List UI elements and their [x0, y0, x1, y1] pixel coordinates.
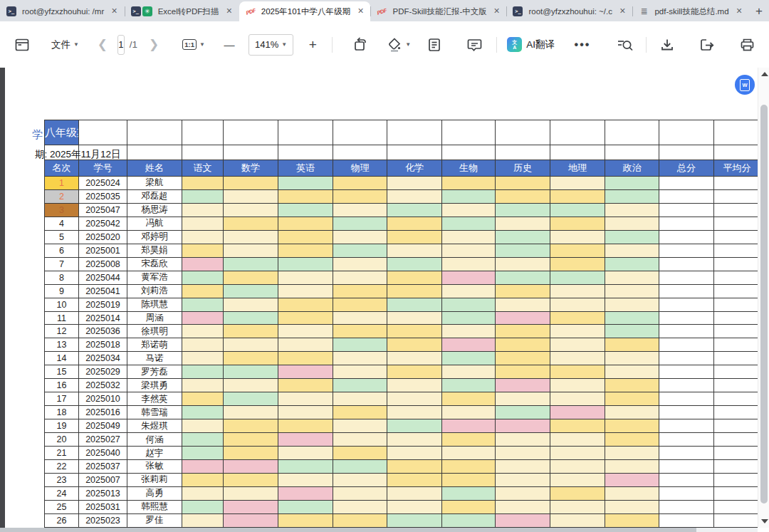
score-cell	[442, 312, 496, 325]
score-cell	[224, 325, 278, 338]
browser-tab-2[interactable]: >_✳Excel转PDF扫描×	[125, 1, 239, 21]
sidebar-toggle-button[interactable]	[10, 33, 34, 57]
table-row: 232025007张莉莉	[45, 474, 760, 487]
browser-tab-6[interactable]: ≣pdf-skill技能总结.md×	[632, 1, 749, 21]
browser-tab-5[interactable]: >_root@yfzxzhouhui: ~/.c×	[506, 1, 632, 21]
rotate-page-button[interactable]	[348, 33, 372, 57]
close-icon[interactable]: ×	[733, 6, 745, 17]
document-viewport[interactable]: 学 期: 2025年11月12日 八年级期名次学号姓名语文数学英语物理化学生物历…	[0, 68, 769, 532]
file-menu-button[interactable]: 文件 ▼	[51, 33, 79, 57]
browser-tab-3[interactable]: PDF2025年101中学八年级期×	[239, 1, 371, 21]
score-cell	[442, 365, 496, 379]
table-row: 32025047杨思涛	[45, 204, 760, 217]
table-cell	[714, 365, 760, 379]
score-cell	[442, 419, 496, 433]
score-cell	[224, 474, 278, 487]
page-number-input[interactable]: 1	[117, 35, 125, 55]
student-id-cell: 2025013	[79, 487, 127, 501]
score-cell	[496, 365, 550, 379]
more-options-button[interactable]: •••	[570, 33, 595, 57]
toolbar-divider	[496, 37, 497, 53]
score-cell	[442, 338, 496, 352]
score-cell	[182, 365, 224, 379]
toolbar-divider	[646, 37, 647, 53]
close-icon[interactable]: ×	[109, 6, 120, 17]
close-icon[interactable]: ×	[224, 6, 235, 17]
score-cell	[550, 217, 605, 231]
highlight-button[interactable]: ▼	[387, 33, 411, 57]
zoom-in-button[interactable]: +	[300, 33, 325, 57]
table-cell	[714, 285, 760, 298]
score-cell	[224, 365, 278, 379]
horizontal-scrollbar[interactable]	[0, 528, 758, 532]
score-cell	[605, 244, 659, 258]
convert-to-word-button[interactable]: W	[735, 75, 755, 95]
rank-cell: 26	[45, 514, 79, 528]
table-cell	[714, 352, 760, 365]
fit-zoom-button[interactable]: 1:1 ▼	[182, 33, 206, 57]
score-cell	[496, 177, 550, 190]
ai-translate-button[interactable]: 文A AI翻译	[507, 33, 555, 57]
score-cell	[387, 514, 442, 528]
score-cell	[182, 433, 224, 447]
search-button[interactable]	[613, 33, 637, 57]
next-page-button[interactable]: ❯	[142, 33, 166, 57]
student-name-cell: 罗芳磊	[127, 365, 182, 379]
sheet-title-cell: 八年级期	[45, 120, 79, 145]
new-tab-button[interactable]: +	[749, 1, 769, 21]
student-name-cell: 张敏	[127, 460, 182, 474]
student-id-cell: 2025047	[79, 204, 127, 217]
vertical-scroll-thumb[interactable]	[760, 105, 768, 504]
rank-cell: 21	[45, 447, 79, 460]
close-icon[interactable]: ×	[617, 6, 628, 17]
print-icon	[740, 38, 755, 52]
table-cell	[659, 271, 714, 285]
score-cell	[333, 285, 387, 298]
zoom-out-button[interactable]: —	[217, 33, 241, 57]
terminal-icon: >_	[6, 6, 16, 16]
student-name-cell: 刘莉浩	[127, 285, 182, 298]
browser-tab-4[interactable]: PDFPDF-Skill技能汇报-中文版×	[370, 1, 506, 21]
zoom-level-select[interactable]: 141% ▼	[249, 34, 293, 56]
vertical-scrollbar[interactable]	[758, 68, 769, 528]
scroll-up-icon[interactable]	[761, 72, 768, 76]
prev-page-button[interactable]: ❮	[90, 33, 115, 57]
student-id-cell: 2025036	[79, 325, 127, 338]
translate-icon: 文A	[507, 37, 522, 52]
close-icon[interactable]: ×	[491, 6, 502, 17]
column-header-5: 数学	[224, 160, 278, 177]
student-name-cell: 马诺	[127, 352, 182, 365]
tab-divider	[632, 6, 633, 16]
score-cell	[550, 312, 605, 325]
score-cell	[333, 217, 387, 231]
score-cell	[333, 244, 387, 258]
score-cell	[496, 474, 550, 487]
student-id-cell: 2025029	[79, 365, 127, 379]
browser-tab-1[interactable]: >_root@yfzxzhouhui: /mr×	[0, 1, 125, 21]
export-button[interactable]	[695, 33, 719, 57]
table-cell	[714, 460, 760, 474]
scroll-down-icon[interactable]	[761, 519, 768, 523]
close-icon[interactable]: ×	[355, 6, 366, 17]
chevron-down-icon: ▼	[199, 41, 205, 48]
rank-cell: 25	[45, 501, 79, 514]
print-button[interactable]	[735, 33, 759, 57]
student-name-cell: 李然英	[127, 392, 182, 406]
table-cell	[714, 244, 760, 258]
horizontal-scroll-thumb[interactable]	[0, 528, 696, 532]
table-cell	[659, 120, 714, 145]
pdf-icon: PDF	[376, 5, 389, 18]
score-cell	[550, 365, 605, 379]
score-cell	[496, 379, 550, 392]
note-button[interactable]	[422, 33, 446, 57]
score-cell	[550, 406, 605, 419]
column-header-3: 姓名	[127, 160, 182, 177]
score-cell	[333, 392, 387, 406]
download-button[interactable]	[655, 33, 679, 57]
score-cell	[224, 433, 278, 447]
comment-button[interactable]	[462, 33, 486, 57]
score-cell	[496, 419, 550, 433]
table-cell	[659, 365, 714, 379]
score-cell	[333, 514, 387, 528]
score-cell	[496, 271, 550, 285]
